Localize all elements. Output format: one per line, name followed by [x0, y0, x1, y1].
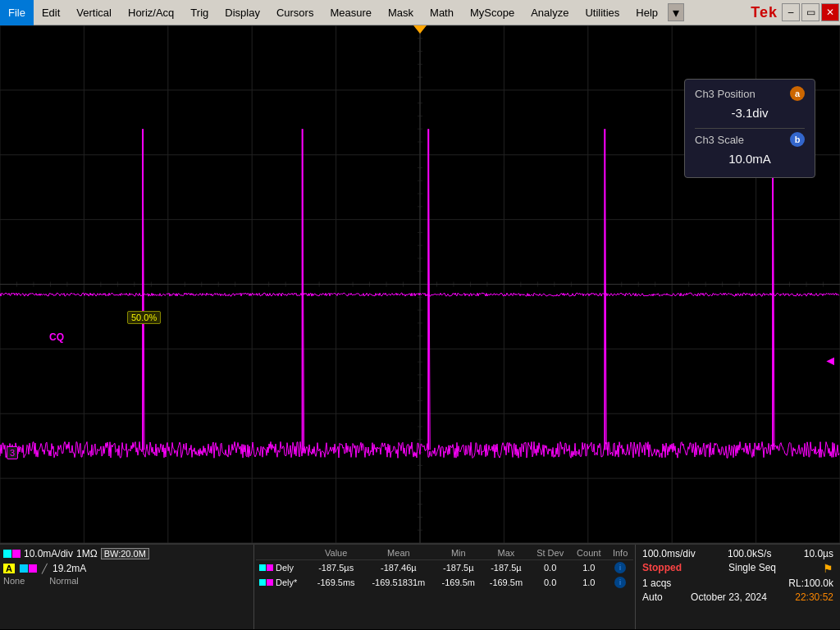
row-name-text: Dely* [276, 578, 297, 587]
row-cell-2: -169.5m [435, 575, 482, 590]
row-info-cell[interactable]: i [607, 560, 633, 576]
ch3-scale-label: Ch3 Scale [695, 134, 744, 146]
row-cell-1: -187.46µ [363, 560, 435, 576]
row-ch-sq-cyan [259, 564, 266, 571]
menu-display[interactable]: Display [217, 0, 268, 25]
scope-display: Ch3 Position a -3.1div Ch3 Scale b 10.0m… [0, 25, 840, 543]
row-ch-sq-magenta [267, 564, 273, 571]
acqs-label: 1 acqs [642, 578, 671, 589]
popup-divider [695, 128, 805, 129]
trigger-ch-badge [20, 564, 37, 573]
row-cell-2: -187.5µ [435, 560, 482, 576]
menu-help[interactable]: Help [628, 0, 666, 25]
stopped-label: Stopped [642, 562, 682, 575]
menu-trig[interactable]: Trig [182, 0, 217, 25]
menu-vertical[interactable]: Vertical [68, 0, 120, 25]
sample-rate: 100.0kS/s [728, 548, 771, 559]
col-header-name [256, 546, 309, 560]
menu-utilities[interactable]: Utilities [577, 0, 628, 25]
measurement-table-body: Dely-187.5µs-187.46µ-187.5µ-187.5µ0.01.0… [256, 560, 633, 591]
right-acq-panel: 100.0ms/div 100.0kS/s 10.0µs Stopped Sin… [636, 545, 840, 629]
menu-horizacq[interactable]: Horiz/Acq [120, 0, 182, 25]
trigger-info-row: A ╱ 19.2mA [3, 563, 250, 574]
time-res: 10.0µs [804, 548, 833, 559]
ch-info-row: 10.0mA/div 1MΩ BW:20.0M [3, 548, 250, 559]
row-cell-0: -169.5ms [309, 575, 363, 590]
restore-button[interactable]: ▭ [801, 3, 819, 21]
ch3-scale-value: 10.0mA [695, 150, 805, 171]
row-cell-4: 0.0 [530, 575, 570, 590]
ch-scale-value: 10.0mA/div [24, 548, 73, 559]
ch3-position-value: -3.1div [695, 104, 805, 125]
row-name-cell: Dely [256, 560, 309, 576]
col-header-value: Value [309, 546, 363, 560]
minimize-button[interactable]: – [782, 3, 800, 21]
row-cell-3: -187.5µ [482, 560, 530, 576]
menu-cursors[interactable]: Cursors [268, 0, 322, 25]
acq-date-row: Auto October 23, 2024 22:30:52 [642, 591, 833, 603]
auto-label: Auto [642, 591, 663, 603]
row-name-text: Dely [276, 563, 294, 573]
rl-label: RL:100.0k [788, 578, 833, 589]
menu-file[interactable]: File [0, 0, 34, 25]
menu-analyze[interactable]: Analyze [523, 0, 577, 25]
menu-measure[interactable]: Measure [322, 0, 380, 25]
ch3-channel-marker: 3 [7, 446, 18, 459]
bottom-status-bar: 10.0mA/div 1MΩ BW:20.0M A ╱ 19.2mA None … [0, 543, 840, 629]
row-cell-1: -169.51831m [363, 575, 435, 590]
menubar: File Edit Vertical Horiz/Acq Trig Displa… [0, 0, 840, 25]
menu-math[interactable]: Math [422, 0, 462, 25]
ch-sq-magenta2 [29, 564, 37, 573]
close-button[interactable]: ✕ [821, 3, 839, 21]
info-icon[interactable]: i [614, 562, 626, 573]
trigger-level-indicator: ⚑ [823, 562, 833, 575]
badge-a: a [790, 86, 805, 101]
trigger-value: 19.2mA [52, 563, 86, 574]
measurement-table: Value Mean Min Max St Dev Count Info Del… [256, 546, 633, 590]
trigger-mode: Normal [49, 576, 78, 586]
ch-sq-magenta [12, 550, 21, 558]
row-cell-5: 1.0 [570, 575, 607, 590]
row-cell-3: -169.5m [482, 575, 530, 590]
acq-timescale-row: 100.0ms/div 100.0kS/s 10.0µs [642, 548, 833, 559]
row-info-cell[interactable]: i [607, 575, 633, 590]
table-row: Dely-187.5µs-187.46µ-187.5µ-187.5µ0.01.0… [256, 560, 633, 576]
col-header-stdev: St Dev [530, 546, 570, 560]
row-ch-sq-magenta [267, 579, 273, 586]
ch3-position-label: Ch3 Position [695, 88, 756, 100]
ch-sq-cyan [3, 550, 11, 558]
row-name-cell: Dely* [256, 575, 309, 590]
ch3-position-popup: Ch3 Position a -3.1div Ch3 Scale b 10.0m… [684, 79, 815, 178]
row-ch-sq-cyan [259, 579, 266, 586]
left-channel-panel: 10.0mA/div 1MΩ BW:20.0M A ╱ 19.2mA None … [0, 545, 254, 629]
trigger-mode-row: None Normal [3, 576, 250, 586]
tek-logo: Tek [751, 4, 778, 21]
trigger-source: None [3, 576, 25, 586]
info-icon[interactable]: i [614, 577, 626, 588]
acq-status-row: Stopped Single Seq ⚑ [642, 562, 833, 575]
ch-sq-cyan2 [20, 564, 28, 573]
menu-mask[interactable]: Mask [380, 0, 422, 25]
col-header-info: Info [607, 546, 633, 560]
row-cell-0: -187.5µs [309, 560, 363, 576]
menu-dropdown-arrow[interactable]: ▾ [668, 3, 684, 21]
time-label: 22:30:52 [795, 591, 833, 603]
acq-count-row: 1 acqs RL:100.0k [642, 578, 833, 589]
col-header-count: Count [570, 546, 607, 560]
trigger-indicator [413, 25, 427, 34]
trigger-a-badge: A [3, 564, 15, 573]
table-header-row: Value Mean Min Max St Dev Count Info [256, 546, 633, 560]
col-header-mean: Mean [363, 546, 435, 560]
col-header-max: Max [482, 546, 530, 560]
bw-label: BW:20.0M [101, 548, 149, 559]
fifty-percent-label: 50.0% [127, 311, 161, 324]
cq-label: CQ [49, 331, 64, 343]
table-row: Dely*-169.5ms-169.51831m-169.5m-169.5m0.… [256, 575, 633, 590]
menu-edit[interactable]: Edit [34, 0, 68, 25]
row-cell-5: 1.0 [570, 560, 607, 576]
trigger-slash: ╱ [42, 564, 48, 574]
row-cell-4: 0.0 [530, 560, 570, 576]
menu-myscope[interactable]: MyScope [462, 0, 523, 25]
right-arrow-marker: ◄ [824, 354, 837, 368]
time-div: 100.0ms/div [642, 548, 696, 559]
